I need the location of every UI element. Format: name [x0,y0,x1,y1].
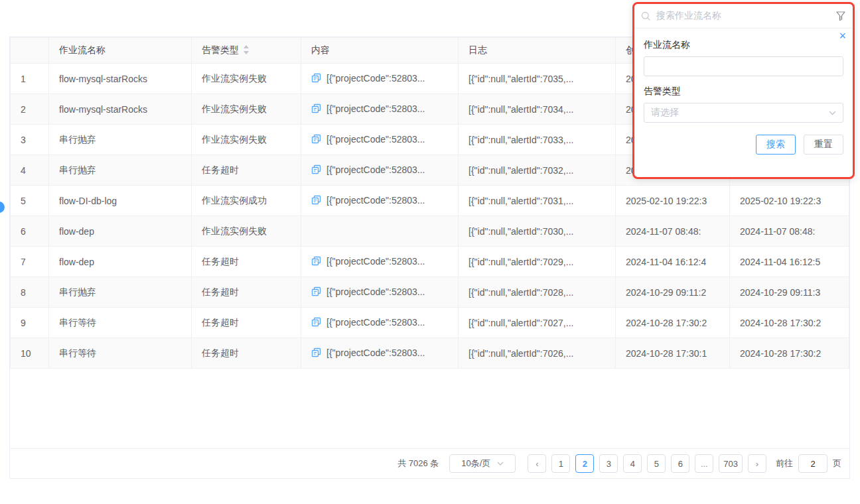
updated-cell: 2024-11-07 08:48: [730,216,849,247]
select-placeholder: 请选择 [651,107,679,119]
updated-cell: 2024-10-28 17:30:2 [730,338,849,369]
table-empty-space [10,369,849,448]
page-button-2[interactable]: 2 [575,454,594,473]
alert-type-cell: 作业流实例成功 [192,186,301,216]
filter-funnel-icon[interactable] [835,11,846,21]
copy-icon[interactable] [311,134,321,146]
row-index-cell: 6 [11,216,49,247]
close-icon[interactable]: × [839,30,846,42]
workflow-name-cell: 串行抛弃 [49,125,192,155]
row-index-cell: 9 [11,308,49,338]
row-index-cell: 4 [11,155,49,186]
workflow-name-cell: 串行等待 [49,308,192,338]
table-row: 6flow-dep作业流实例失败[{"id":null,"alertId":70… [11,216,849,247]
log-cell: [{"id":null,"alertId":7026,... [459,338,616,369]
search-input-placeholder[interactable]: 搜索作业流名称 [656,10,830,22]
header-content: 内容 [301,38,459,64]
header-alert-type[interactable]: 告警类型 [192,38,301,64]
reset-button[interactable]: 重置 [804,135,843,155]
chevron-down-icon [829,111,836,115]
copy-icon[interactable] [311,195,321,207]
search-button[interactable]: 搜索 [756,135,796,155]
copy-icon[interactable] [311,286,321,298]
row-index-cell: 10 [11,338,49,369]
created-cell: 2024-11-07 08:48: [616,216,730,247]
filter-actions: 搜索 重置 [644,135,843,155]
content-cell: [{"projectCode":52803... [301,186,459,216]
page-button-4[interactable]: 4 [623,454,642,473]
alert-type-label: 告警类型 [644,86,843,97]
log-cell: [{"id":null,"alertId":7035,... [459,64,616,94]
alert-type-cell: 任务超时 [192,308,301,338]
log-cell: [{"id":null,"alertId":7030,... [459,216,616,247]
alert-type-cell: 作业流实例失败 [192,216,301,247]
created-cell: 2025-02-10 19:22:3 [616,186,730,216]
next-page-button[interactable]: › [748,454,766,473]
more-pages-button[interactable]: ... [695,454,713,473]
edge-handle-dot[interactable] [0,202,5,213]
table-row: 9串行等待任务超时[{"projectCode":52803...[{"id":… [11,308,849,338]
filter-form: × 作业流名称 告警类型 请选择 搜索 重置 [634,29,853,155]
log-cell: [{"id":null,"alertId":7034,... [459,94,616,125]
workflow-name-cell: 串行抛弃 [49,155,192,186]
header-log: 日志 [459,38,616,64]
log-cell: [{"id":null,"alertId":7031,... [459,186,616,216]
updated-cell: 2024-11-04 16:12:5 [730,247,849,277]
alert-type-cell: 作业流实例失败 [192,64,301,94]
copy-icon[interactable] [311,103,321,115]
copy-icon[interactable] [311,256,321,268]
alert-type-cell: 任务超时 [192,338,301,369]
created-cell: 2024-10-29 09:11:2 [616,277,730,308]
row-index-cell: 8 [11,277,49,308]
page-button-group: ‹123456...703› [528,454,766,473]
updated-cell: 2024-10-28 17:30:2 [730,308,849,338]
page-button-3[interactable]: 3 [599,454,618,473]
sort-carets-icon[interactable] [243,44,250,57]
row-index-cell: 3 [11,125,49,155]
page-button-1[interactable]: 1 [551,454,570,473]
total-count: 共 7026 条 [397,458,439,470]
workflow-name-input[interactable] [644,56,843,76]
content-cell: [{"projectCode":52803... [301,247,459,277]
log-cell: [{"id":null,"alertId":7028,... [459,277,616,308]
alert-type-cell: 任务超时 [192,277,301,308]
created-cell: 2024-10-28 17:30:2 [616,308,730,338]
prev-page-button[interactable]: ‹ [528,454,546,473]
created-cell: 2024-10-28 17:30:1 [616,338,730,369]
workflow-name-cell: flow-dep [49,216,192,247]
copy-icon[interactable] [311,317,321,329]
alert-type-cell: 作业流实例失败 [192,125,301,155]
row-index-cell: 7 [11,247,49,277]
table-row: 7flow-dep任务超时[{"projectCode":52803...[{"… [11,247,849,277]
copy-icon[interactable] [311,347,321,359]
row-index-cell: 2 [11,94,49,125]
copy-icon[interactable] [311,73,321,85]
goto-page-input[interactable] [798,454,827,473]
alert-type-cell: 任务超时 [192,155,301,186]
page-button-5[interactable]: 5 [647,454,666,473]
log-cell: [{"id":null,"alertId":7029,... [459,247,616,277]
workflow-name-cell: flow-DI-db-log [49,186,192,216]
workflow-name-cell: flow-mysql-starRocks [49,94,192,125]
workflow-name-label: 作业流名称 [644,39,843,51]
alert-type-cell: 作业流实例失败 [192,94,301,125]
copy-icon[interactable] [311,164,321,176]
content-cell: [{"projectCode":52803... [301,338,459,369]
workflow-search-bar[interactable]: 搜索作业流名称 [634,4,853,29]
page-button-703[interactable]: 703 [719,454,743,473]
page-size-select[interactable]: 10条/页 [449,454,516,473]
created-cell: 2024-11-04 16:12:4 [616,247,730,277]
alert-type-select[interactable]: 请选择 [644,103,843,123]
updated-cell: 2025-02-10 19:22:3 [730,186,849,216]
workflow-name-cell: flow-dep [49,247,192,277]
goto-unit: 页 [833,458,841,470]
content-cell: [{"projectCode":52803... [301,155,459,186]
workflow-name-cell: 串行等待 [49,338,192,369]
content-cell: [{"projectCode":52803... [301,308,459,338]
page-button-6[interactable]: 6 [671,454,689,473]
table-row: 5flow-DI-db-log作业流实例成功[{"projectCode":52… [11,186,849,216]
header-workflow-name: 作业流名称 [49,38,192,64]
log-cell: [{"id":null,"alertId":7032,... [459,155,616,186]
content-cell: [{"projectCode":52803... [301,64,459,94]
row-index-cell: 5 [11,186,49,216]
